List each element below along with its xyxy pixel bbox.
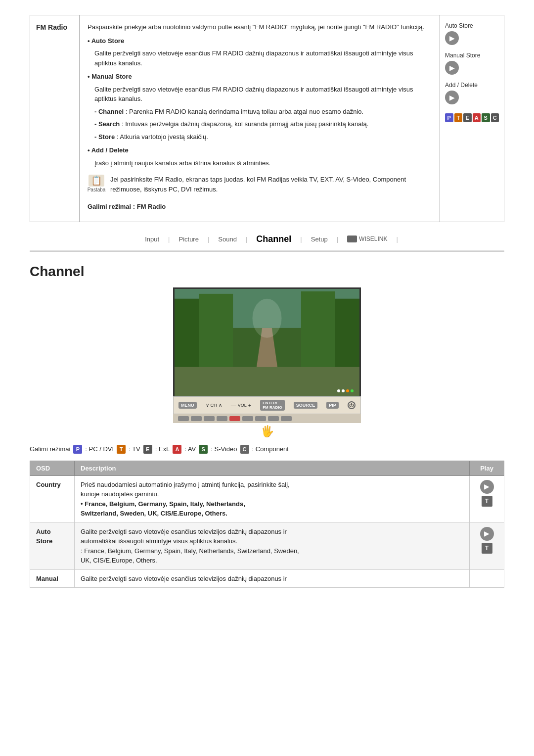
nav-wiselink[interactable]: WISELINK [338, 234, 396, 244]
tv-dot-1 [337, 389, 340, 392]
note-image: 📋 [89, 175, 104, 187]
svg-rect-7 [175, 367, 359, 396]
manual-store-title: • Manual Store [88, 72, 432, 82]
mode-badge-t: T [117, 445, 126, 454]
sidebar-add-delete-label: Add / Delete [445, 82, 478, 89]
manual-store-text1: Galite peržvelgti savo vietovėje esančiu… [88, 85, 432, 104]
mode-label-a: : AV [184, 445, 196, 453]
nav-input[interactable]: Input [136, 234, 168, 245]
mode-badge-c: C [240, 445, 249, 454]
nav-sound[interactable]: Sound [209, 234, 246, 245]
note-icon-container: 📋 Pastaba [88, 175, 105, 192]
mode-badge-e: E [143, 445, 152, 454]
mode-label-e: : Ext. [155, 445, 170, 453]
note-label: Pastaba [88, 187, 106, 192]
ctrl-vol-group: — VOL + [231, 402, 251, 408]
ctrl-ch-down[interactable]: ∨ [206, 402, 209, 408]
fm-radio-section: FM Radio Paspauskite priekyje arba nuoto… [30, 15, 504, 222]
tv-btn-red[interactable] [229, 416, 240, 421]
td-desc-manual: Galite peržvelgti savo vietovėje esančiu… [75, 569, 470, 588]
badge-e: E [463, 113, 472, 122]
tv-dots [337, 389, 354, 392]
tv-btn-4[interactable] [217, 416, 227, 421]
tv-btn-5[interactable] [242, 416, 253, 421]
tv-btn-3[interactable] [204, 416, 215, 421]
th-osd: OSD [30, 461, 75, 475]
fm-radio-intro: Paspauskite priekyje arba nuotolinio val… [88, 22, 432, 32]
info-table: OSD Description Play Country Prieš naudo… [30, 461, 504, 588]
ctrl-vol-minus[interactable]: — [231, 402, 236, 408]
auto-store-text: Galite peržvelgti savo vietovėje esančiu… [88, 48, 432, 68]
tv-screen [173, 287, 361, 396]
add-delete-arrow[interactable]: ▶ [445, 91, 459, 104]
ctrl-ch-up[interactable]: ∧ [219, 402, 222, 408]
tv-btn-8[interactable] [281, 416, 292, 421]
th-play: Play [470, 461, 504, 475]
fm-radio-available-modes: Galimi režimai : FM Radio [88, 202, 432, 212]
nav-channel[interactable]: Channel [247, 232, 300, 246]
fm-radio-label: FM Radio [30, 15, 80, 222]
td-play-manual [470, 569, 504, 588]
badge-c: C [491, 113, 499, 122]
auto-store-title: • Auto Store [88, 36, 432, 46]
add-delete-title: • Add / Delete [88, 145, 432, 155]
tv-scene-svg [175, 289, 359, 396]
mode-badge-s: S [199, 445, 208, 454]
ctrl-ch-label: CH [211, 403, 217, 408]
nav-divider [30, 251, 504, 252]
mode-badge-p: P [73, 445, 82, 454]
ctrl-vol-label: VOL [238, 403, 247, 408]
play-icon-autostore[interactable]: ▶ [480, 527, 494, 541]
nav-sep-6: | [396, 236, 398, 243]
manual-store-search: - Search : Imtuvas peržvelgia dažnių dia… [88, 119, 432, 129]
mode-label-c: : Component [252, 445, 289, 453]
td-desc-autostore: Galite peržvelgti savo vietovėje esančiu… [75, 522, 470, 569]
ctrl-source[interactable]: SOURCE [294, 402, 318, 409]
badge-p: P [445, 113, 453, 122]
td-play-country: ▶ T [470, 475, 504, 522]
ctrl-power[interactable]: ⏻ [348, 401, 356, 409]
mode-label-s: : S-Video [211, 445, 237, 453]
tv-btn-2[interactable] [191, 416, 202, 421]
nav-bar: Input | Picture | Sound | Channel | Setu… [30, 232, 504, 251]
td-desc-country: Prieš naudodamiesi automatinio įrašymo į… [75, 475, 470, 522]
badge-t: T [454, 113, 463, 122]
tv-btn-7[interactable] [268, 416, 279, 421]
tv-dot-2 [342, 389, 345, 392]
play-icon-country[interactable]: ▶ [480, 480, 494, 494]
ctrl-menu[interactable]: MENU [178, 402, 197, 409]
tv-btn-6[interactable] [255, 416, 266, 421]
table-row: Manual Galite peržvelgti savo vietovėje … [30, 569, 504, 588]
available-modes-row: Galimi režimai P : PC / DVI T : TV E : E… [30, 445, 504, 454]
tv-badge-country: T [482, 496, 492, 507]
td-osd-autostore: Auto Store [30, 522, 75, 569]
tv-dot-4 [351, 389, 354, 392]
sidebar-auto-store-label: Auto Store [445, 22, 473, 29]
tv-badge-autostore: T [482, 543, 492, 554]
channel-section: Channel [30, 264, 504, 588]
tv-dot-3 [346, 389, 349, 392]
manual-store-arrow[interactable]: ▶ [445, 61, 459, 75]
auto-store-arrow[interactable]: ▶ [445, 31, 459, 45]
note-text: Jei pasirinksite FM Radio, ekranas taps … [110, 175, 432, 194]
pteasc-badges: P T E A S C [445, 113, 499, 122]
badge-a: A [473, 113, 481, 122]
svg-point-8 [252, 298, 281, 337]
fm-radio-content: Paspauskite priekyje arba nuotolinio val… [80, 15, 440, 222]
tv-buttons-row [173, 414, 361, 423]
td-osd-manual: Manual [30, 569, 75, 588]
tv-btn-1[interactable] [178, 416, 189, 421]
ctrl-enter[interactable]: ENTER/FM RADIO [260, 400, 285, 411]
ctrl-pip[interactable]: PIP [326, 402, 339, 409]
nav-setup[interactable]: Setup [302, 234, 337, 245]
note-box: 📋 Pastaba Jei pasirinksite FM Radio, ekr… [88, 175, 432, 197]
table-row: Country Prieš naudodamiesi automatinio į… [30, 475, 504, 522]
ctrl-ch-group: ∨ CH ∧ [206, 402, 222, 408]
nav-picture[interactable]: Picture [170, 234, 207, 245]
ctrl-vol-plus[interactable]: + [248, 402, 251, 408]
sidebar-add-delete: Add / Delete ▶ [445, 82, 499, 104]
channel-title: Channel [30, 264, 504, 280]
tv-control-bar: MENU ∨ CH ∧ — VOL + ENTER/FM RADIO SOURC… [173, 396, 361, 414]
th-description: Description [75, 461, 470, 475]
td-osd-country: Country [30, 475, 75, 522]
